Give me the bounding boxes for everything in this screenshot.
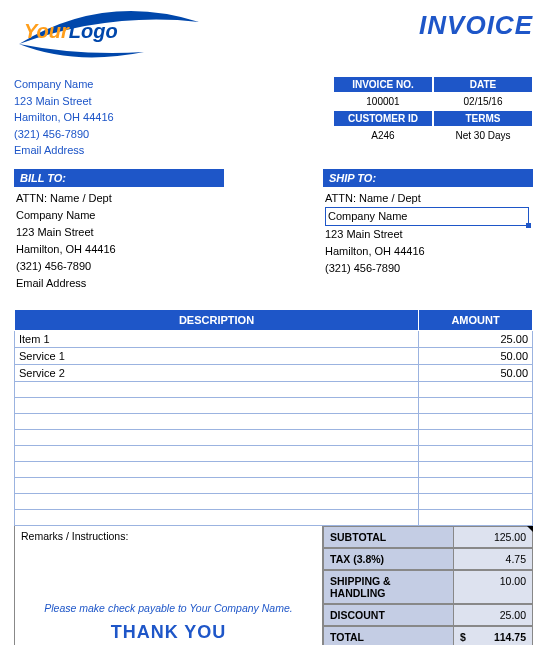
terms-value[interactable]: Net 30 Days: [433, 127, 533, 144]
totals-block: SUBTOTAL 125.00 TAX (3.8%) 4.75 SHIPPING…: [323, 526, 533, 645]
invno-value[interactable]: 100001: [333, 93, 433, 110]
company-block: Company Name 123 Main Street Hamilton, O…: [14, 76, 114, 159]
company-email: Email Address: [14, 142, 114, 159]
subtotal-value[interactable]: 125.00: [454, 527, 532, 547]
total-label: TOTAL: [324, 627, 454, 645]
custid-label: CUSTOMER ID: [333, 110, 433, 127]
table-row: Item 125.00: [15, 330, 533, 347]
company-street: 123 Main Street: [14, 93, 114, 110]
line-amount[interactable]: [419, 477, 533, 493]
line-amount[interactable]: [419, 493, 533, 509]
table-row: Service 250.00: [15, 364, 533, 381]
ship-to-block: SHIP TO: ATTN: Name / Dept Company Name …: [323, 169, 533, 295]
logo-logo-text: Logo: [69, 20, 118, 42]
shipto-attn[interactable]: ATTN: Name / Dept: [325, 190, 531, 207]
line-amount[interactable]: [419, 397, 533, 413]
line-amount[interactable]: [419, 381, 533, 397]
remarks-block[interactable]: Remarks / Instructions: Please make chec…: [14, 526, 323, 645]
billto-attn[interactable]: ATTN: Name / Dept: [16, 190, 222, 207]
line-description[interactable]: Item 1: [15, 330, 419, 347]
line-description[interactable]: [15, 445, 419, 461]
line-amount[interactable]: 25.00: [419, 330, 533, 347]
tax-value[interactable]: 4.75: [454, 549, 532, 569]
table-row: [15, 493, 533, 509]
line-amount[interactable]: [419, 413, 533, 429]
billto-company[interactable]: Company Name: [16, 207, 222, 224]
total-amount: 114.75: [494, 631, 526, 643]
company-name: Company Name: [14, 76, 114, 93]
line-amount[interactable]: [419, 445, 533, 461]
line-amount[interactable]: [419, 461, 533, 477]
custid-value[interactable]: A246: [333, 127, 433, 144]
tax-label: TAX (3.8%): [324, 549, 454, 569]
shipto-phone[interactable]: (321) 456-7890: [325, 260, 531, 277]
table-row: [15, 477, 533, 493]
remarks-label: Remarks / Instructions:: [21, 530, 316, 542]
line-amount[interactable]: [419, 429, 533, 445]
date-value[interactable]: 02/15/16: [433, 93, 533, 110]
table-row: [15, 509, 533, 525]
line-amount[interactable]: 50.00: [419, 364, 533, 381]
line-description[interactable]: [15, 397, 419, 413]
billto-email[interactable]: Email Address: [16, 275, 222, 292]
bill-to-block: BILL TO: ATTN: Name / Dept Company Name …: [14, 169, 224, 295]
table-row: [15, 413, 533, 429]
subtotal-label: SUBTOTAL: [324, 527, 454, 547]
line-description[interactable]: [15, 381, 419, 397]
payable-note: Please make check payable to Your Compan…: [21, 602, 316, 614]
shipto-company: Company Name: [328, 210, 407, 222]
thank-you: THANK YOU: [21, 622, 316, 643]
invno-label: INVOICE NO.: [333, 76, 433, 93]
billto-citystate[interactable]: Hamilton, OH 44416: [16, 241, 222, 258]
line-amount[interactable]: [419, 509, 533, 525]
shipping-value[interactable]: 10.00: [454, 571, 532, 603]
line-amount[interactable]: 50.00: [419, 347, 533, 364]
line-description[interactable]: [15, 493, 419, 509]
table-row: [15, 429, 533, 445]
table-row: [15, 461, 533, 477]
shipto-company-selected-cell[interactable]: Company Name: [325, 207, 529, 226]
line-description[interactable]: [15, 477, 419, 493]
line-description[interactable]: [15, 509, 419, 525]
line-description[interactable]: Service 2: [15, 364, 419, 381]
shipto-citystate[interactable]: Hamilton, OH 44416: [325, 243, 531, 260]
discount-value[interactable]: 25.00: [454, 605, 532, 625]
invoice-title: INVOICE: [419, 10, 533, 41]
col-amount: AMOUNT: [419, 309, 533, 330]
shipto-street[interactable]: 123 Main Street: [325, 226, 531, 243]
terms-label: TERMS: [433, 110, 533, 127]
total-currency: $: [460, 631, 466, 643]
col-description: DESCRIPTION: [15, 309, 419, 330]
shipping-label: SHIPPING & HANDLING: [324, 571, 454, 603]
company-citystate: Hamilton, OH 44416: [14, 109, 114, 126]
invoice-meta: INVOICE NO. DATE 100001 02/15/16 CUSTOME…: [333, 76, 533, 144]
table-row: [15, 445, 533, 461]
table-row: [15, 397, 533, 413]
total-value: $114.75: [454, 627, 532, 645]
discount-label: DISCOUNT: [324, 605, 454, 625]
line-description[interactable]: [15, 429, 419, 445]
table-row: Service 150.00: [15, 347, 533, 364]
table-row: [15, 381, 533, 397]
line-description[interactable]: [15, 413, 419, 429]
company-phone: (321) 456-7890: [14, 126, 114, 143]
line-description[interactable]: [15, 461, 419, 477]
ship-to-header: SHIP TO:: [323, 169, 533, 187]
line-items-table: DESCRIPTION AMOUNT Item 125.00Service 15…: [14, 309, 533, 526]
bill-to-header: BILL TO:: [14, 169, 224, 187]
billto-phone[interactable]: (321) 456-7890: [16, 258, 222, 275]
billto-street[interactable]: 123 Main Street: [16, 224, 222, 241]
logo-your-text: Your: [24, 20, 69, 42]
line-description[interactable]: Service 1: [15, 347, 419, 364]
logo: YourLogo: [14, 10, 194, 70]
date-label: DATE: [433, 76, 533, 93]
